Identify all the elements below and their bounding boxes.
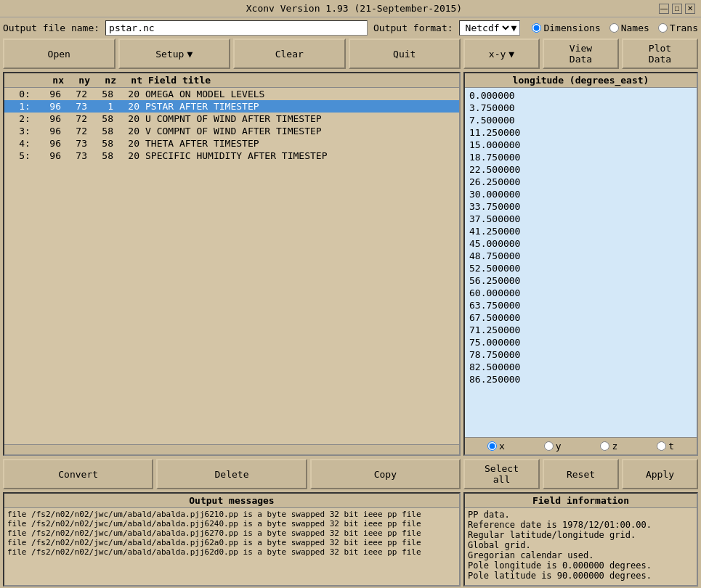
lon-value-19[interactable]: 71.250000 [466,324,695,336]
lon-value-23[interactable]: 86.250000 [466,373,695,385]
header-nz: nz [90,75,116,86]
lon-value-14[interactable]: 52.500000 [466,262,695,274]
setup-button[interactable]: Setup ▼ [118,38,231,69]
open-button[interactable]: Open [3,38,116,69]
axis-radio-t[interactable]: t [657,441,674,452]
field-row-0[interactable]: 0:96725820OMEGA ON MODEL LEVELS [4,88,459,100]
window-title: Xconv Version 1.93 (21-September-2015) [49,3,659,14]
fields-header: nx ny nz nt Field title [4,73,459,88]
lon-value-7[interactable]: 26.250000 [466,176,695,188]
action-row: Convert Delete Copy Select all Reset App… [3,459,698,489]
longitude-list[interactable]: 0.0000003.7500007.50000011.25000015.0000… [465,88,697,437]
format-select-wrap: Netcdf Grads Grib ▼ [459,20,521,36]
axis-radio-z[interactable]: z [600,441,617,452]
convert-button[interactable]: Convert [3,459,153,489]
lon-value-6[interactable]: 22.500000 [466,163,695,176]
radio-dimensions[interactable]: Dimensions [532,23,600,33]
close-button[interactable]: ✕ [685,4,695,14]
header-title: Field title [142,75,456,86]
lon-value-4[interactable]: 15.000000 [466,139,695,151]
field-row-1[interactable]: 1:9673120PSTAR AFTER TIMESTEP [4,100,459,113]
longitude-header: longitude (degrees_east) [465,73,697,88]
output-line-0: file /fs2/n02/n02/jwc/um/abald/abalda.pj… [7,510,456,519]
copy-button[interactable]: Copy [310,459,461,489]
delete-button[interactable]: Delete [156,459,307,489]
lon-value-13[interactable]: 48.750000 [466,250,695,262]
field-row-3[interactable]: 3:96725820V COMPNT OF WIND AFTER TIMESTE… [4,125,459,137]
lon-value-20[interactable]: 75.000000 [466,336,695,348]
lon-value-15[interactable]: 56.250000 [466,274,695,287]
lon-value-0[interactable]: 0.000000 [466,89,695,102]
setup-arrow-icon: ▼ [187,49,193,60]
lon-value-10[interactable]: 37.500000 [466,213,695,225]
header-nt: nt [116,75,142,86]
lon-value-21[interactable]: 78.750000 [466,348,695,361]
header-nx: nx [32,75,64,86]
xy-arrow-icon: ▼ [508,49,514,60]
lon-value-9[interactable]: 33.750000 [466,200,695,213]
output-file-input[interactable] [105,20,368,36]
middle-row: nx ny nz nt Field title 0:96725820OMEGA … [3,72,698,456]
output-messages-header: Output messages [4,494,459,508]
header-ny: ny [64,75,90,86]
field-info-line-0: PP data. [468,510,694,520]
lon-value-8[interactable]: 30.000000 [466,188,695,200]
field-info-line-5: Pole longitude is 0.000000 degrees. [468,560,694,571]
field-info-line-2: Regular latitude/longitude grid. [468,530,694,540]
view-data-button[interactable]: View Data [543,38,619,69]
fields-list: 0:96725820OMEGA ON MODEL LEVELS1:9673120… [4,88,459,444]
quit-button[interactable]: Quit [349,38,461,69]
fields-panel: nx ny nz nt Field title 0:96725820OMEGA … [3,72,461,456]
clear-button[interactable]: Clear [233,38,346,69]
radio-trans[interactable]: Trans [658,23,698,33]
lon-value-16[interactable]: 60.000000 [466,287,695,299]
output-file-label: Output file name: [3,23,100,33]
plot-data-button[interactable]: Plot Data [622,38,698,69]
select-all-button[interactable]: Select all [463,459,540,489]
reset-button[interactable]: Reset [543,459,619,489]
xy-button[interactable]: x-y ▼ [463,38,540,69]
lon-value-2[interactable]: 7.500000 [466,114,695,126]
output-line-1: file /fs2/n02/n02/jwc/um/abald/abalda.pj… [7,519,456,528]
horizontal-scrollbar[interactable] [4,444,459,454]
header-idx [7,75,25,86]
bottom-row: Output messages file /fs2/n02/n02/jwc/um… [3,492,698,587]
minimize-button[interactable]: — [659,4,669,14]
field-row-5[interactable]: 5:96735820SPECIFIC HUMIDITY AFTER TIMEST… [4,150,459,162]
field-info-header: Field information [465,494,697,508]
top-row: Output file name: Output format: Netcdf … [3,20,698,36]
output-format-label: Output format: [373,23,453,33]
output-messages-panel: Output messages file /fs2/n02/n02/jwc/um… [3,492,461,587]
field-row-4[interactable]: 4:96735820THETA AFTER TIMESTEP [4,137,459,150]
output-line-2: file /fs2/n02/n02/jwc/um/abald/abalda.pj… [7,528,456,538]
axis-radio-x[interactable]: x [487,441,505,452]
lon-value-3[interactable]: 11.250000 [466,126,695,139]
radio-names[interactable]: Names [609,23,649,33]
field-info-panel: Field information PP data.Reference date… [463,492,698,587]
field-info-line-4: Gregorian calendar used. [468,550,694,560]
field-info-line-3: Global grid. [468,540,694,550]
maximize-button[interactable]: □ [672,4,682,14]
lon-value-17[interactable]: 63.750000 [466,299,695,311]
radio-group: Dimensions Names Trans [532,23,698,33]
output-line-3: file /fs2/n02/n02/jwc/um/abald/abalda.pj… [7,538,456,547]
field-info-line-1: Reference date is 1978/12/01:00.00. [468,520,694,530]
lon-value-5[interactable]: 18.750000 [466,151,695,163]
field-row-2[interactable]: 2:96725820U COMPNT OF WIND AFTER TIMESTE… [4,113,459,125]
output-format-select[interactable]: Netcdf Grads Grib [463,22,511,34]
axis-radio-y[interactable]: y [544,441,562,452]
format-arrow-icon: ▼ [511,23,517,33]
axis-radio-row: x y z t [465,437,697,454]
output-line-4: file /fs2/n02/n02/jwc/um/abald/abalda.pj… [7,547,456,557]
lon-value-22[interactable]: 82.500000 [466,361,695,373]
lon-value-12[interactable]: 45.000000 [466,237,695,250]
apply-button[interactable]: Apply [622,459,698,489]
field-info-line-6: Pole latitude is 90.000000 degrees. [468,571,694,581]
field-info-content[interactable]: PP data.Reference date is 1978/12/01:00.… [465,508,697,585]
longitude-panel: longitude (degrees_east) 0.0000003.75000… [463,72,698,456]
lon-value-11[interactable]: 41.250000 [466,225,695,237]
lon-value-18[interactable]: 67.500000 [466,311,695,324]
output-messages-content[interactable]: file /fs2/n02/n02/jwc/um/abald/abalda.pj… [4,508,459,585]
lon-value-1[interactable]: 3.750000 [466,102,695,114]
title-bar: Xconv Version 1.93 (21-September-2015) —… [0,0,701,17]
